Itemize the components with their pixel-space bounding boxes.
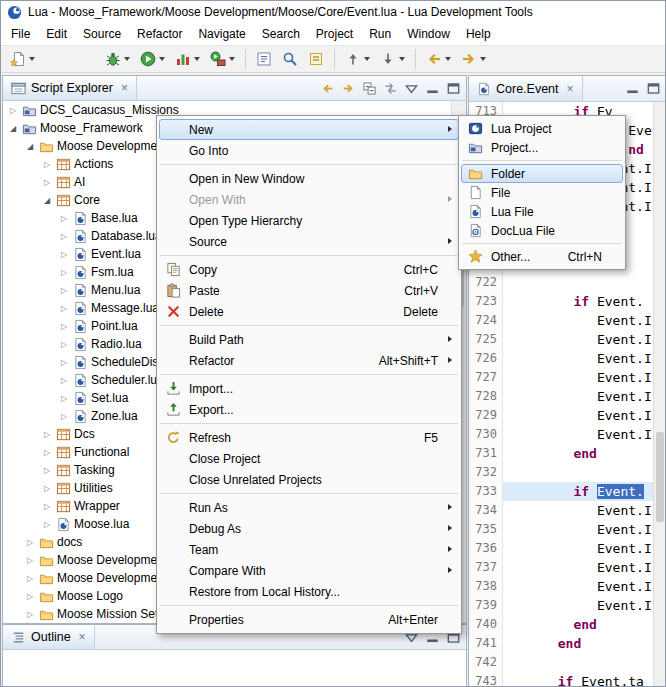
expand-arrow-icon[interactable]: ▷ (41, 466, 53, 475)
maximize-button[interactable] (444, 79, 463, 97)
expand-arrow-icon[interactable]: ▷ (58, 340, 70, 349)
expand-arrow-icon[interactable]: ▷ (24, 556, 36, 565)
expand-arrow-icon[interactable]: ▷ (58, 322, 70, 331)
menu-item-lua-file[interactable]: Lua File (461, 202, 623, 221)
menu-help[interactable]: Help (458, 24, 499, 44)
expand-arrow-icon[interactable]: ▷ (41, 178, 53, 187)
close-icon[interactable]: × (79, 630, 86, 644)
menu-item-restore-from-local-history[interactable]: Restore from Local History... (159, 581, 459, 602)
menu-item-debug-as[interactable]: Debug As (159, 518, 459, 539)
expand-arrow-icon[interactable]: ▷ (58, 268, 70, 277)
menu-item-other[interactable]: Other...Ctrl+N (461, 247, 623, 266)
menu-project[interactable]: Project (308, 24, 361, 44)
menu-item-refresh[interactable]: RefreshF5 (159, 427, 459, 448)
menu-window[interactable]: Window (399, 24, 458, 44)
link-editor-button[interactable] (381, 79, 400, 97)
dropdown-caret-icon[interactable] (29, 57, 35, 61)
expand-arrow-icon[interactable]: ▷ (58, 250, 70, 259)
external-tools-button[interactable] (205, 47, 240, 71)
dropdown-caret-icon[interactable] (445, 57, 451, 61)
dropdown-caret-icon[interactable] (364, 57, 370, 61)
minimize-button[interactable] (423, 79, 442, 97)
mark-occurrences-button[interactable] (303, 47, 329, 71)
maximize-button[interactable] (644, 80, 663, 98)
menu-item-copy[interactable]: CopyCtrl+C (159, 259, 459, 280)
expand-arrow-icon[interactable]: ▷ (41, 520, 53, 529)
menu-refactor[interactable]: Refactor (129, 24, 190, 44)
menu-item-properties[interactable]: PropertiesAlt+Enter (159, 609, 459, 630)
menu-item-doclua-file[interactable]: DocLua File (461, 221, 623, 240)
menu-item-open-type-hierarchy[interactable]: Open Type Hierarchy (159, 210, 459, 231)
minimize-button[interactable] (623, 80, 642, 98)
dropdown-caret-icon[interactable] (124, 57, 130, 61)
menu-edit[interactable]: Edit (38, 24, 75, 44)
menu-item-import[interactable]: Import... (159, 378, 459, 399)
close-icon[interactable]: × (121, 81, 128, 95)
menu-item-project[interactable]: Project... (461, 138, 623, 157)
tab-script-explorer[interactable]: Script Explorer × (3, 76, 137, 100)
view-menu-button[interactable] (402, 79, 421, 97)
dropdown-caret-icon[interactable] (399, 57, 405, 61)
expand-arrow-icon[interactable]: ▷ (24, 592, 36, 601)
dropdown-caret-icon[interactable] (229, 57, 235, 61)
tab-outline[interactable]: Outline × (3, 625, 95, 649)
expand-arrow-icon[interactable]: ▷ (41, 484, 53, 493)
collapse-arrow-icon[interactable]: ◢ (24, 142, 36, 151)
expand-arrow-icon[interactable]: ▷ (58, 232, 70, 241)
menu-item-close-project[interactable]: Close Project (159, 448, 459, 469)
menu-item-compare-with[interactable]: Compare With (159, 560, 459, 581)
menu-item-team[interactable]: Team (159, 539, 459, 560)
collapse-arrow-icon[interactable]: ◢ (41, 196, 53, 205)
expand-arrow-icon[interactable]: ▷ (58, 286, 70, 295)
menu-navigate[interactable]: Navigate (190, 24, 253, 44)
menu-item-export[interactable]: Export... (159, 399, 459, 420)
menu-item-refactor[interactable]: RefactorAlt+Shift+T (159, 350, 459, 371)
collapse-all-button[interactable] (360, 79, 379, 97)
run-button[interactable] (135, 47, 170, 71)
new-wizard-button[interactable] (5, 47, 40, 71)
menu-item-file[interactable]: File (461, 183, 623, 202)
menu-run[interactable]: Run (361, 24, 399, 44)
menu-item-close-unrelated-projects[interactable]: Close Unrelated Projects (159, 469, 459, 490)
editor-scrollbar[interactable] (653, 102, 666, 686)
menu-search[interactable]: Search (254, 24, 308, 44)
menu-file[interactable]: File (3, 24, 38, 44)
expand-arrow-icon[interactable]: ▷ (41, 430, 53, 439)
tab-core-event[interactable]: Core.Event × (469, 76, 583, 101)
open-element-button[interactable] (251, 47, 277, 71)
expand-arrow-icon[interactable]: ▷ (58, 376, 70, 385)
menu-source[interactable]: Source (75, 24, 129, 44)
expand-arrow-icon[interactable]: ▷ (41, 448, 53, 457)
back-button[interactable] (318, 79, 337, 97)
menu-item-source[interactable]: Source (159, 231, 459, 252)
forward-button[interactable] (339, 79, 358, 97)
menu-item-build-path[interactable]: Build Path (159, 329, 459, 350)
expand-arrow-icon[interactable]: ▷ (24, 610, 36, 619)
next-annotation-button[interactable] (375, 47, 410, 71)
menu-item-lua-project[interactable]: Lua Project (461, 119, 623, 138)
menu-item-go-into[interactable]: Go Into (159, 140, 459, 161)
expand-arrow-icon[interactable]: ▷ (7, 106, 19, 115)
expand-arrow-icon[interactable]: ▷ (41, 160, 53, 169)
back-button[interactable] (421, 47, 456, 71)
prev-annotation-button[interactable] (340, 47, 375, 71)
expand-arrow-icon[interactable]: ▷ (58, 412, 70, 421)
dropdown-caret-icon[interactable] (480, 57, 486, 61)
menu-item-folder[interactable]: Folder (461, 164, 623, 183)
menu-item-new[interactable]: New (159, 119, 459, 140)
menu-item-run-as[interactable]: Run As (159, 497, 459, 518)
expand-arrow-icon[interactable]: ▷ (58, 214, 70, 223)
menu-item-delete[interactable]: DeleteDelete (159, 301, 459, 322)
scrollbar-thumb[interactable] (656, 432, 664, 522)
expand-arrow-icon[interactable]: ▷ (58, 394, 70, 403)
expand-arrow-icon[interactable]: ▷ (58, 358, 70, 367)
debug-button[interactable] (100, 47, 135, 71)
forward-button[interactable] (456, 47, 491, 71)
menu-item-open-in-new-window[interactable]: Open in New Window (159, 168, 459, 189)
expand-arrow-icon[interactable]: ▷ (24, 538, 36, 547)
expand-arrow-icon[interactable]: ▷ (58, 304, 70, 313)
collapse-arrow-icon[interactable]: ◢ (7, 124, 19, 133)
close-icon[interactable]: × (567, 82, 574, 96)
expand-arrow-icon[interactable]: ▷ (24, 574, 36, 583)
dropdown-caret-icon[interactable] (194, 57, 200, 61)
